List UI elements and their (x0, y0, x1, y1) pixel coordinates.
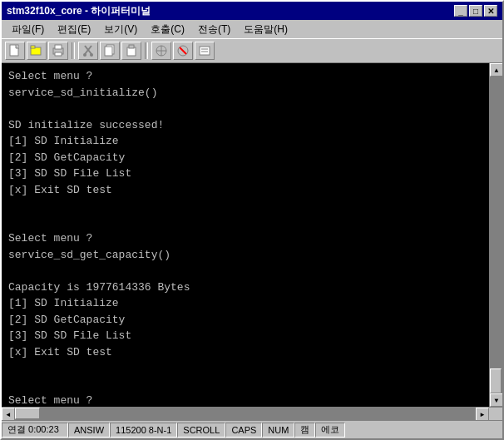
svg-rect-4 (55, 45, 62, 49)
status-scroll: SCROLL (177, 423, 225, 438)
scroll-right-button[interactable]: ► (476, 408, 489, 421)
cut-button[interactable] (78, 42, 98, 60)
horizontal-scrollbar-area: ◄ ► (2, 407, 502, 420)
svg-rect-2 (31, 46, 35, 48)
svg-rect-11 (105, 47, 112, 56)
main-window: stm32f10x_core - 하이퍼터미널 _ □ ✕ 파일(F) 편집(E… (0, 0, 504, 440)
svg-point-9 (90, 53, 93, 57)
menu-edit[interactable]: 편집(E) (51, 21, 97, 38)
menu-bar: 파일(F) 편집(E) 보기(V) 호출(C) 전송(T) 도움말(H) (2, 20, 502, 38)
terminal-area: Select menu ? service_sd_initialize() SD… (2, 63, 502, 407)
status-cam: 캠 (294, 423, 315, 438)
connect-button[interactable] (151, 42, 171, 60)
scroll-down-icon: ▼ (495, 397, 499, 404)
new-button[interactable] (5, 42, 25, 60)
toolbar-sep-2 (145, 42, 148, 59)
properties-button[interactable] (195, 42, 215, 60)
toolbar (2, 38, 502, 63)
scroll-right-icon: ► (481, 411, 485, 418)
status-echo: 에코 (315, 423, 345, 438)
open-button[interactable] (27, 42, 47, 60)
status-bar: 연결 0:00:23 ANSIW 115200 8-N-1 SCROLL CAP… (2, 420, 502, 438)
maximize-button[interactable]: □ (469, 5, 482, 17)
status-caps: CAPS (225, 423, 262, 438)
scroll-thumb-vertical[interactable] (490, 368, 502, 393)
menu-view[interactable]: 보기(V) (97, 21, 144, 38)
status-baudrate: 115200 8-N-1 (110, 423, 177, 438)
print-button[interactable] (48, 42, 68, 60)
scroll-up-button[interactable]: ▲ (490, 63, 502, 77)
svg-rect-13 (129, 45, 134, 48)
scroll-thumb-horizontal[interactable] (15, 408, 40, 419)
menu-transfer[interactable]: 전송(T) (191, 21, 237, 38)
svg-rect-5 (55, 52, 62, 56)
scroll-down-button[interactable]: ▼ (490, 393, 502, 407)
window-title: stm32f10x_core - 하이퍼터미널 (7, 4, 151, 18)
minimize-button[interactable]: _ (454, 5, 467, 17)
svg-line-18 (180, 47, 186, 54)
menu-file[interactable]: 파일(F) (5, 21, 51, 38)
terminal-output[interactable]: Select menu ? service_sd_initialize() SD… (2, 63, 489, 407)
scroll-up-icon: ▲ (495, 67, 499, 74)
vertical-scrollbar[interactable]: ▲ ▼ (489, 63, 502, 407)
title-bar: stm32f10x_core - 하이퍼터미널 _ □ ✕ (2, 2, 502, 20)
svg-rect-19 (200, 47, 210, 55)
menu-help[interactable]: 도움말(H) (237, 21, 294, 38)
horizontal-scrollbar[interactable]: ◄ ► (2, 408, 489, 420)
svg-point-8 (83, 53, 86, 57)
close-button[interactable]: ✕ (484, 5, 497, 17)
disconnect-button[interactable] (173, 42, 193, 60)
copy-button[interactable] (100, 42, 120, 60)
paste-button[interactable] (121, 42, 141, 60)
status-num: NUM (262, 423, 294, 438)
scroll-left-button[interactable]: ◄ (2, 408, 15, 421)
menu-call[interactable]: 호출(C) (144, 21, 191, 38)
scroll-left-icon: ◄ (7, 411, 11, 418)
title-buttons: _ □ ✕ (454, 5, 497, 17)
status-encoding: ANSIW (68, 423, 110, 438)
status-connection: 연결 0:00:23 (2, 423, 68, 438)
toolbar-sep-1 (72, 42, 75, 59)
scroll-track-horizontal[interactable] (15, 408, 476, 420)
scrollbar-corner (489, 408, 502, 421)
scroll-track-vertical[interactable] (490, 77, 502, 393)
